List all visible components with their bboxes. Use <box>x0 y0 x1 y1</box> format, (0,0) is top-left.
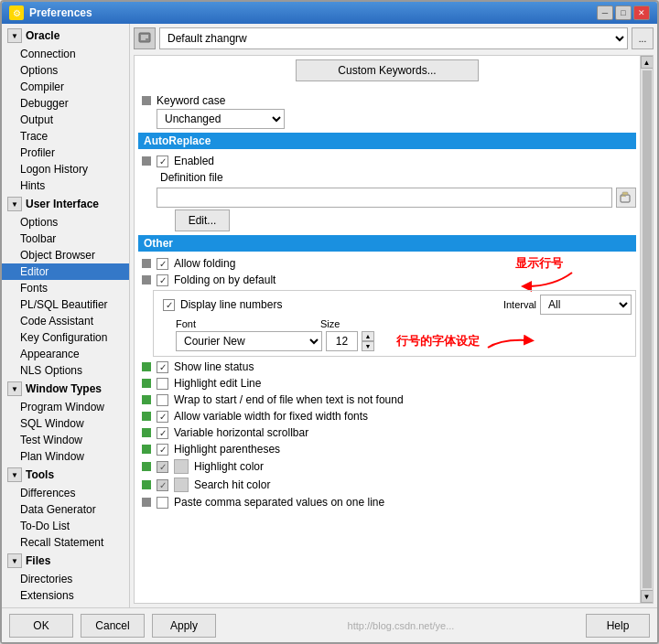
font-col-label: Font <box>176 318 203 329</box>
ok-button[interactable]: OK <box>9 614 73 638</box>
sidebar-item-nls-options[interactable]: NLS Options <box>2 362 129 379</box>
title-bar-left: ⚙ Preferences <box>9 5 92 20</box>
ui-arrow-icon: ▼ <box>7 197 22 211</box>
font-dropdown[interactable]: Courier New Arial Consolas <box>176 331 322 351</box>
sidebar-item-compiler[interactable]: Compiler <box>2 79 129 95</box>
def-file-row: Definition file <box>138 169 636 186</box>
sidebar-item-plan-window[interactable]: Plan Window <box>2 448 129 465</box>
watermark-text: http://blog.csdn.net/ye... <box>348 620 455 631</box>
sidebar-item-debugger[interactable]: Debugger <box>2 95 129 112</box>
sidebar-item-data-generator[interactable]: Data Generator <box>2 501 129 518</box>
annotation-font-setting: 行号的字体设定 <box>396 333 480 349</box>
profile-dropdown[interactable]: Default zhangrw <box>159 27 628 49</box>
sidebar-item-plsql-beautifier[interactable]: PL/SQL Beautifier <box>2 296 129 313</box>
paste-comma-indicator <box>142 498 151 507</box>
highlight-edit-line-row: Highlight edit Line <box>138 375 636 392</box>
paste-comma-checkbox[interactable] <box>157 497 168 509</box>
show-line-status-checkbox[interactable] <box>157 361 168 373</box>
folding-default-checkbox[interactable] <box>157 274 168 286</box>
scroll-up-button[interactable]: ▲ <box>641 56 654 69</box>
def-file-input[interactable] <box>157 188 612 208</box>
sidebar-section-files[interactable]: ▼ Files <box>2 551 129 571</box>
sidebar-item-ui-options[interactable]: Options <box>2 214 129 231</box>
search-hit-indicator <box>142 480 151 489</box>
sidebar-item-object-browser[interactable]: Object Browser <box>2 247 129 263</box>
sidebar-item-trace[interactable]: Trace <box>2 128 129 145</box>
help-button[interactable]: Help <box>586 614 650 638</box>
sidebar-item-directories[interactable]: Directories <box>2 571 129 587</box>
maximize-button[interactable]: □ <box>615 5 632 20</box>
sidebar-item-profiler[interactable]: Profiler <box>2 145 129 161</box>
sidebar-item-test-window[interactable]: Test Window <box>2 432 129 448</box>
parentheses-checkbox[interactable] <box>157 444 168 456</box>
interval-dropdown[interactable]: All 5 10 <box>540 295 632 315</box>
font-size-spinner: ▲ ▼ <box>362 331 374 351</box>
sidebar-section-window-types[interactable]: ▼ Window Types <box>2 379 129 399</box>
sidebar-item-program-window[interactable]: Program Window <box>2 399 129 415</box>
sidebar-item-options[interactable]: Options <box>2 62 129 79</box>
sidebar-item-key-configuration[interactable]: Key Configuration <box>2 329 129 346</box>
font-size-input[interactable] <box>326 331 358 351</box>
scrollbar-checkbox[interactable] <box>157 427 168 439</box>
app-icon: ⚙ <box>9 5 24 20</box>
variable-width-checkbox[interactable] <box>157 411 168 423</box>
autoreplace-enabled-checkbox[interactable] <box>157 156 168 167</box>
sidebar-item-editor[interactable]: Editor <box>2 263 129 280</box>
paste-comma-label: Paste comma separated values on one line <box>174 496 384 509</box>
sidebar-item-sql-window[interactable]: SQL Window <box>2 415 129 432</box>
wt-arrow-icon: ▼ <box>7 381 22 396</box>
content-area: ▼ Oracle Connection Options Compiler Deb… <box>2 24 657 607</box>
font-size-up-button[interactable]: ▲ <box>362 331 374 341</box>
other-section-header: Other <box>138 235 636 252</box>
sidebar-item-todo-list[interactable]: To-Do List <box>2 518 129 534</box>
scroll-thumb[interactable] <box>643 70 652 588</box>
variable-width-label: Allow variable width for fixed width fon… <box>174 410 368 423</box>
sidebar-item-extensions[interactable]: Extensions <box>2 587 129 604</box>
sidebar-item-hints[interactable]: Hints <box>2 177 129 194</box>
search-hit-color-row: Search hit color <box>138 476 636 494</box>
font-size-down-button[interactable]: ▼ <box>362 341 374 351</box>
custom-keywords-button[interactable]: Custom Keywords... <box>296 59 479 81</box>
wrap-checkbox[interactable] <box>157 394 168 406</box>
highlight-parentheses-row: Highlight parentheses <box>138 441 636 457</box>
sidebar-section-tools[interactable]: ▼ Tools <box>2 465 129 485</box>
file-browse-button[interactable] <box>616 188 636 208</box>
cancel-button[interactable]: Cancel <box>81 614 145 638</box>
sidebar-section-user-interface[interactable]: ▼ User Interface <box>2 194 129 214</box>
search-hit-checkbox[interactable] <box>157 479 168 491</box>
sidebar-item-recall-statement[interactable]: Recall Statement <box>2 534 129 551</box>
keyword-case-row: Keyword case <box>138 92 636 109</box>
scroll-down-button[interactable]: ▼ <box>641 590 654 603</box>
variable-scrollbar-row: Variable horizontal scrollbar <box>138 424 636 441</box>
minimize-button[interactable]: ─ <box>597 5 613 20</box>
profile-row: Default zhangrw ... <box>134 27 654 49</box>
vertical-scrollbar[interactable]: ▲ ▼ <box>640 56 653 603</box>
sidebar-tools-label: Tools <box>26 468 54 481</box>
show-line-status-label: Show line status <box>174 360 254 373</box>
close-button[interactable]: ✕ <box>633 5 650 20</box>
sidebar-item-appearance[interactable]: Appearance <box>2 346 129 362</box>
profile-extra-button[interactable]: ... <box>632 27 654 49</box>
sidebar-item-differences[interactable]: Differences <box>2 485 129 501</box>
allow-folding-checkbox[interactable] <box>157 258 168 270</box>
wrap-label: Wrap to start / end of file when text is… <box>174 393 404 406</box>
autoreplace-section-header: AutoReplace <box>138 133 636 149</box>
keyword-case-dropdown[interactable]: Unchanged Upper Lower Initcap <box>157 109 285 129</box>
sidebar-item-output[interactable]: Output <box>2 112 129 128</box>
scrollbar-indicator <box>142 428 151 437</box>
sidebar-item-toolbar[interactable]: Toolbar <box>2 231 129 247</box>
sidebar-item-fonts[interactable]: Fonts <box>2 280 129 296</box>
highlight-edit-checkbox[interactable] <box>157 378 168 390</box>
display-line-label: Display line numbers <box>180 298 282 311</box>
highlight-color-label: Highlight color <box>194 460 264 473</box>
sidebar-wt-label: Window Types <box>26 382 102 395</box>
highlight-color-checkbox[interactable] <box>157 461 168 473</box>
apply-button[interactable]: Apply <box>152 614 216 638</box>
display-line-checkbox[interactable] <box>163 299 175 311</box>
sidebar-item-logon-history[interactable]: Logon History <box>2 161 129 177</box>
edit-button[interactable]: Edit... <box>175 209 230 231</box>
sidebar-item-code-assistant[interactable]: Code Assistant <box>2 313 129 329</box>
autoreplace-enabled-label: Enabled <box>174 155 214 167</box>
sidebar-section-oracle[interactable]: ▼ Oracle <box>2 26 129 46</box>
sidebar-item-connection[interactable]: Connection <box>2 46 129 62</box>
